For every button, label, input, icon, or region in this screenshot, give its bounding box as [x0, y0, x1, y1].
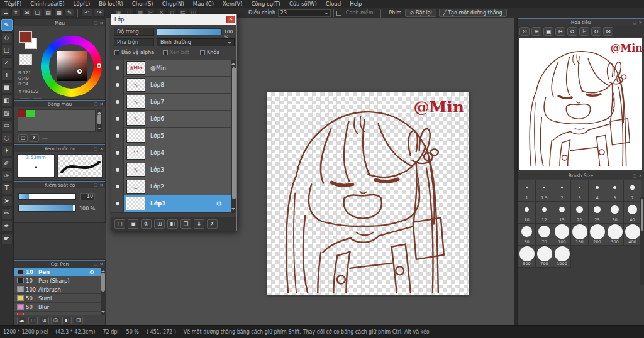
layer-row[interactable]: ◡ Lớp2 [111, 178, 231, 195]
layer-row[interactable]: ∿ Lớp7 [111, 94, 231, 111]
brush-size-cell[interactable]: 150 [571, 224, 589, 246]
hue-handle[interactable] [97, 63, 101, 68]
popout-icon[interactable]: ❏ [94, 146, 97, 152]
lock-checkbox[interactable]: Khóa [200, 50, 219, 55]
popout-icon[interactable]: ❏ [633, 173, 636, 179]
layer-row[interactable]: ∿ Lớp8 [111, 77, 231, 94]
brush-size-cell[interactable]: 400 [624, 224, 641, 246]
layer-row[interactable]: ∿ Lớp6 [111, 111, 231, 128]
brush-size-scrollbar[interactable] [640, 197, 644, 285]
popout-icon[interactable]: ❏ [94, 261, 97, 268]
layer-visibility-toggle[interactable] [111, 111, 124, 128]
brush-size-cell[interactable]: 1.5 [536, 180, 553, 202]
brush-size-cell[interactable]: 200 [589, 224, 606, 246]
menu-item[interactable]: Chỉnh sửa(E) [26, 0, 69, 8]
adjust-select[interactable]: 23 [278, 9, 331, 17]
layer-visibility-toggle[interactable] [111, 144, 124, 161]
menu-item[interactable]: Tệp(F) [0, 0, 26, 8]
brush-width-value[interactable]: 10 [80, 193, 95, 200]
menu-item[interactable]: Cửa sổ(W) [285, 0, 321, 8]
brush-row[interactable]: 50 Sumi [14, 294, 101, 303]
brush-size-cell[interactable]: 100 [553, 224, 571, 246]
foreground-color-swatch[interactable] [19, 31, 32, 43]
brush-size-cell[interactable]: 2 [553, 180, 571, 202]
layer-row[interactable]: ◠ Lớp4 [111, 144, 231, 161]
sv-handle[interactable] [77, 69, 82, 74]
canvas[interactable]: @Min [267, 92, 469, 295]
close-icon[interactable]: ✕ [100, 261, 103, 268]
layers-panel-titlebar[interactable]: Lớp ✕ [111, 14, 236, 25]
menu-item[interactable]: Màu (C) [189, 0, 218, 8]
clipping-checkbox[interactable]: Xén bớt [163, 50, 189, 55]
brush-row[interactable]: 10 Pen ⚙ [14, 268, 101, 276]
saturation-square[interactable] [57, 51, 87, 81]
redo-icon[interactable]: ↷ [94, 9, 105, 17]
brush-size-cell[interactable]: 10 [518, 202, 536, 224]
layer-visibility-toggle[interactable] [111, 195, 124, 212]
close-icon[interactable]: ✕ [639, 19, 642, 26]
brush-row[interactable] [14, 312, 101, 315]
toolbar-icon[interactable]: ☁ [1, 9, 10, 17]
menu-item[interactable]: Lớp(L) [69, 0, 95, 8]
popout-icon[interactable]: ❏ [94, 101, 97, 107]
navigator-preview[interactable] [519, 38, 642, 170]
brush-size-cell[interactable]: 1000 [553, 246, 571, 268]
layer-row[interactable]: Lớp5 [111, 128, 231, 144]
palette-swatch[interactable] [26, 110, 35, 117]
brush-size-cell[interactable]: 4 [589, 180, 606, 202]
menu-item[interactable]: Bộ lọc(R) [94, 0, 128, 8]
menu-item[interactable]: Chọn(S) [128, 0, 158, 8]
smooth-checkbox[interactable] [336, 11, 341, 16]
brush-row[interactable]: 10 Pen (Sharp) [14, 276, 101, 285]
menu-item[interactable]: Xem(V) [218, 0, 247, 8]
brush-size-cell[interactable]: 5 [606, 180, 624, 202]
layer-row[interactable]: @Min @Min [111, 60, 231, 77]
layer-visibility-toggle[interactable] [111, 94, 124, 111]
toolbar-icon[interactable]: ▦ [54, 9, 64, 17]
menu-item[interactable]: Công cụ(T) [247, 0, 285, 8]
toolbar-icon[interactable]: ⇧ [11, 9, 21, 17]
close-icon[interactable]: ✕ [639, 173, 642, 179]
brush-size-cell[interactable]: 7 [624, 180, 641, 202]
brush-size-cell[interactable]: 1 [518, 180, 536, 202]
brush-size-cell[interactable]: 50 [518, 224, 536, 246]
layer-visibility-toggle[interactable] [111, 60, 124, 77]
toolbar-icon[interactable]: ▢ [33, 9, 42, 17]
brush-size-cell[interactable]: 700 [536, 246, 553, 268]
brush-size-cell[interactable]: 30 [606, 202, 624, 224]
create-line-button[interactable]: ╱ Tạo một đường thẳng [439, 9, 507, 17]
menu-item[interactable]: Chụp(N) [158, 0, 189, 8]
layer-row[interactable]: ∿ Lớp3 [111, 161, 231, 178]
palette-swatch-area[interactable] [18, 109, 96, 132]
close-icon[interactable]: ✕ [100, 182, 103, 188]
brush-size-cell[interactable]: 300 [606, 224, 624, 246]
protect-alpha-checkbox[interactable]: Bảo vệ alpha [114, 50, 154, 55]
popout-icon[interactable]: ❏ [94, 182, 97, 188]
menu-item[interactable]: Help [345, 0, 366, 8]
brush-scrollbar[interactable] [101, 268, 106, 315]
layer-scrollbar[interactable] [231, 60, 236, 213]
blend-mode-select[interactable]: Bình thường [157, 38, 235, 46]
toolbar-icon[interactable]: ▤ [43, 9, 53, 17]
undo-icon[interactable]: ↶ [81, 9, 92, 17]
palette-scrollbar[interactable] [97, 109, 102, 132]
popout-icon[interactable]: ❏ [633, 19, 636, 26]
layer-visibility-toggle[interactable] [111, 77, 124, 94]
brush-size-cell[interactable]: 500 [518, 246, 536, 268]
layer-visibility-toggle[interactable] [111, 128, 124, 144]
layer-settings-icon[interactable]: ⚙ [216, 200, 222, 208]
menu-item[interactable]: Cloud [321, 0, 345, 8]
brush-size-cell[interactable]: 40 [624, 202, 641, 224]
brush-size-cell[interactable]: 3 [571, 180, 589, 202]
layer-opacity-slider[interactable] [157, 28, 222, 35]
reset-button[interactable]: ⊘ Đặt lại [405, 9, 436, 17]
layer-row[interactable]: Lớp1 ⚙ [111, 195, 231, 212]
toolbar-icon[interactable]: ✎ [65, 9, 74, 17]
brush-size-cell[interactable]: 20 [571, 202, 589, 224]
layer-visibility-toggle[interactable] [111, 178, 124, 195]
brush-size-cell[interactable]: 25 [589, 202, 606, 224]
brush-width-slider[interactable] [18, 193, 76, 200]
brush-size-cell[interactable]: 15 [553, 202, 571, 224]
close-icon[interactable]: ✕ [100, 20, 103, 26]
palette-swatch[interactable] [18, 110, 26, 117]
